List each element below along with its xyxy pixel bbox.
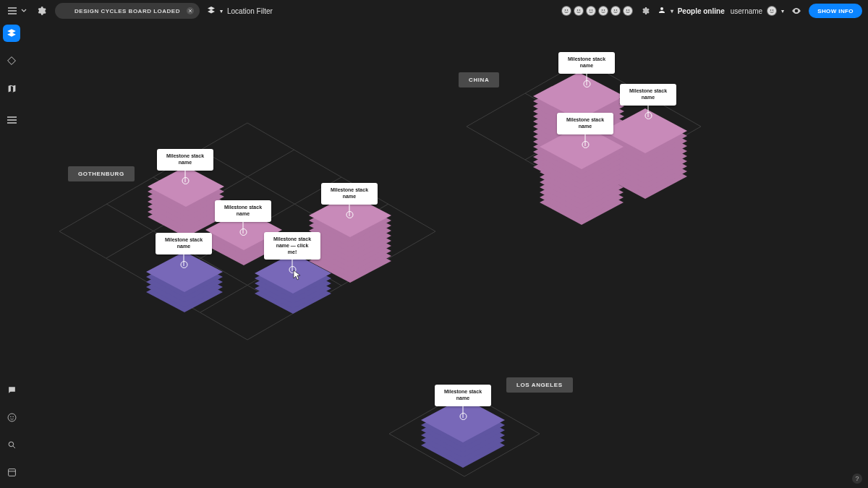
gear-icon [641, 7, 650, 15]
milestone-card[interactable]: Milestone stack name [620, 84, 676, 106]
svg-point-20 [770, 9, 772, 11]
hamburger-icon [6, 4, 19, 17]
svg-point-8 [589, 9, 590, 11]
svg-point-6 [579, 9, 580, 11]
milestone-card-clickme[interactable]: Milestone stack name — click me! [264, 232, 320, 260]
tool-emoji[interactable] [3, 408, 20, 426]
milestone-stack[interactable] [253, 253, 333, 328]
svg-point-22 [8, 414, 16, 421]
show-info-button[interactable]: SHOW INFO [809, 4, 862, 18]
chevron-down-icon: ▾ [671, 8, 673, 14]
avatar[interactable] [610, 6, 621, 16]
svg-point-21 [773, 9, 774, 11]
visibility-button[interactable] [790, 4, 803, 17]
milestone-card-label: Milestone stack name [331, 187, 368, 199]
card-connector-icon [184, 254, 184, 266]
layers-icon [207, 6, 216, 16]
eye-icon [791, 6, 801, 16]
svg-point-23 [10, 416, 11, 416]
presence-settings-button[interactable] [639, 4, 652, 17]
milestone-card-label: Milestone stack name [165, 237, 203, 249]
svg-point-13 [611, 7, 620, 15]
help-label: ? [855, 475, 859, 482]
tool-list[interactable] [3, 111, 20, 129]
milestone-card[interactable]: Milestone stack name [215, 200, 271, 222]
svg-point-9 [591, 9, 592, 11]
svg-point-2 [564, 9, 566, 11]
svg-point-17 [626, 9, 627, 11]
list-icon [7, 116, 17, 124]
card-connector-icon [243, 222, 244, 234]
svg-point-15 [616, 9, 617, 11]
card-connector-icon [648, 106, 649, 117]
avatar[interactable] [561, 6, 571, 16]
board-loaded-pill[interactable]: DESIGN CYCLES BOARD LOADED [55, 3, 200, 19]
svg-point-12 [603, 9, 605, 11]
milestone-card-label: Milestone stack name [566, 117, 604, 129]
svg-point-25 [9, 442, 14, 447]
card-connector-icon [349, 205, 350, 216]
close-icon[interactable] [187, 7, 194, 14]
diamond-icon [7, 56, 16, 65]
settings-button[interactable] [35, 4, 48, 17]
milestone-card-label: Milestone stack name [629, 88, 667, 100]
milestone-card[interactable]: Milestone stack name [435, 385, 491, 406]
people-online-dropdown[interactable]: ▾ People online [658, 6, 725, 16]
milestone-card[interactable]: Milestone stack name [321, 183, 378, 205]
panel-icon [7, 468, 17, 477]
card-connector-icon [585, 134, 586, 146]
milestone-card[interactable]: Milestone stack name [558, 52, 615, 74]
card-connector-icon [587, 74, 587, 85]
help-button[interactable]: ? [852, 474, 862, 484]
svg-point-5 [576, 9, 578, 11]
location-filter-label: Location Filter [227, 7, 273, 15]
avatar[interactable] [574, 6, 584, 16]
stack-icon [253, 253, 333, 325]
tool-search[interactable] [3, 436, 20, 453]
svg-point-16 [624, 7, 632, 15]
svg-point-14 [613, 9, 615, 11]
milestone-card-label: Milestone stack name — click me! [273, 236, 311, 254]
map-icon [7, 84, 17, 93]
svg-point-11 [601, 9, 603, 11]
milestone-stack[interactable] [538, 124, 625, 236]
svg-point-4 [574, 7, 583, 15]
tool-map[interactable] [3, 80, 20, 97]
chevron-down-icon: ▾ [781, 8, 784, 14]
user-menu[interactable]: username ▾ [731, 6, 784, 16]
main-menu[interactable] [6, 4, 27, 17]
avatar [767, 6, 777, 16]
svg-point-1 [562, 7, 571, 15]
tool-chat[interactable] [3, 381, 20, 398]
milestone-card-label: Milestone stack name [568, 56, 605, 68]
chevron-down-icon: ▾ [220, 8, 223, 14]
milestone-card[interactable]: Milestone stack name [157, 149, 213, 171]
tool-layers[interactable] [3, 25, 20, 42]
milestone-card-label: Milestone stack name [444, 389, 482, 401]
svg-point-24 [12, 416, 13, 416]
cursor-pointer-icon [292, 270, 301, 280]
presence-avatars [561, 6, 633, 16]
svg-point-19 [767, 7, 776, 15]
svg-point-3 [566, 9, 568, 11]
avatar[interactable] [586, 6, 596, 16]
milestone-card-label: Milestone stack name [224, 205, 262, 216]
show-info-label: SHOW INFO [817, 8, 854, 14]
chevron-down-icon [20, 4, 27, 17]
tool-diamond[interactable] [3, 52, 20, 69]
topbar: DESIGN CYCLES BOARD LOADED ▾ Location Fi… [0, 0, 868, 22]
tool-panel[interactable] [3, 463, 20, 481]
milestone-card[interactable]: Milestone stack name [557, 113, 613, 134]
board-canvas[interactable]: GOTHENBURG [23, 22, 868, 488]
avatar[interactable] [623, 6, 633, 16]
gear-icon [36, 6, 46, 16]
milestone-card[interactable]: Milestone stack name [156, 233, 212, 254]
milestone-card-label: Milestone stack name [166, 153, 204, 165]
smile-icon [7, 413, 17, 422]
card-connector-icon [185, 171, 186, 182]
layers-icon [7, 28, 17, 38]
svg-rect-26 [8, 468, 15, 476]
location-filter-dropdown[interactable]: ▾ Location Filter [207, 6, 273, 16]
user-icon [658, 6, 666, 16]
avatar[interactable] [598, 6, 608, 16]
